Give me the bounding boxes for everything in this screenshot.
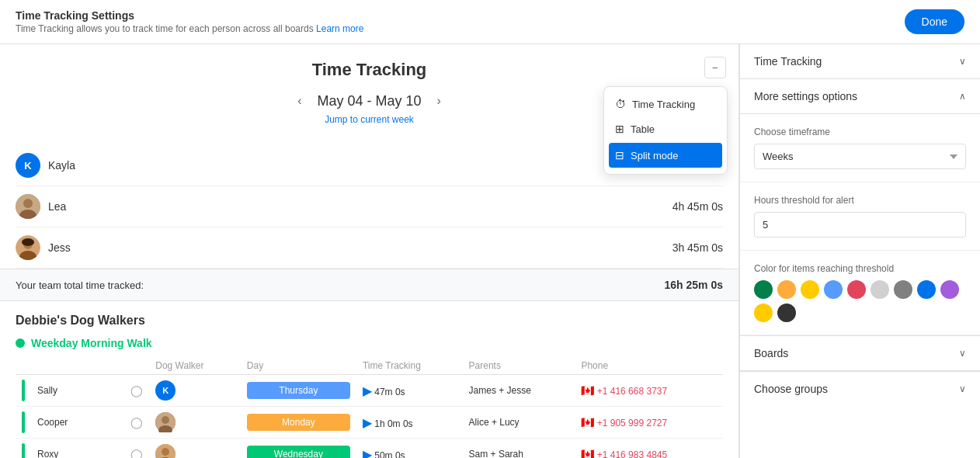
table-row: Sally ◯ K Thursday ▶ 47m 0s James + Jess…	[16, 375, 723, 407]
person-name-jess: Jess	[48, 241, 71, 254]
avatar-cooper-svg	[155, 412, 175, 432]
swatch-light-gray[interactable]	[871, 280, 889, 299]
flag-icon-roxy: 🇨🇦	[581, 448, 594, 458]
row-time-cooper: ▶ 1h 0m 0s	[356, 407, 463, 439]
color-swatches	[754, 280, 966, 322]
view-menu-dropdown: ⏱ Time Tracking ⊞ Table ⊟ Split mode	[603, 86, 728, 175]
more-settings-header[interactable]: More settings options ∧	[740, 79, 980, 114]
play-icon-sally[interactable]: ▶	[363, 384, 372, 397]
learn-more-link[interactable]: Learn more	[316, 23, 363, 34]
person-info-kayla: K Kayla	[16, 153, 75, 178]
row-avatar-cooper	[149, 407, 241, 439]
play-icon-cooper[interactable]: ▶	[363, 416, 372, 429]
person-time-lea: 4h 45m 0s	[672, 200, 723, 213]
choose-groups-section[interactable]: Choose groups ∨	[740, 371, 980, 406]
person-row-jess: Jess 3h 45m 0s	[16, 227, 723, 269]
swatch-black[interactable]	[777, 304, 796, 322]
done-button[interactable]: Done	[905, 9, 964, 34]
person-row-lea: Lea 4h 45m 0s	[16, 186, 723, 227]
row-comment-sally: ◯	[124, 375, 149, 407]
day-badge-monday: Monday	[247, 414, 350, 431]
swatch-orange[interactable]	[777, 280, 796, 299]
view-menu-time-tracking[interactable]: ⏱ Time Tracking	[604, 92, 727, 116]
day-badge-thursday: Thursday	[247, 382, 350, 399]
comment-icon[interactable]: ◯	[130, 416, 143, 429]
avatar-cooper	[155, 412, 175, 432]
row-phone-cooper: 🇨🇦 +1 905 999 2727	[575, 407, 723, 439]
swatch-purple[interactable]	[940, 280, 959, 299]
settings-section-more: More settings options ∧ Choose timeframe…	[740, 79, 980, 336]
swatch-dark-green[interactable]	[754, 280, 773, 299]
tracking-table: Dog Walker Day Time Tracking Parents Pho…	[16, 357, 723, 458]
row-comment-roxy: ◯	[124, 439, 149, 459]
col-indicator	[16, 357, 31, 375]
person-time-jess: 3h 45m 0s	[672, 241, 723, 254]
table-icon: ⊞	[615, 123, 624, 135]
phone-number-sally: +1 416 668 3737	[597, 386, 667, 397]
view-menu-table-label: Table	[631, 123, 655, 135]
row-indicator-roxy	[16, 439, 31, 459]
row-phone-roxy: 🇨🇦 +1 416 983 4845	[575, 439, 723, 459]
row-comment-cooper: ◯	[124, 407, 149, 439]
choose-groups-label: Choose groups	[754, 383, 828, 395]
play-icon-roxy[interactable]: ▶	[363, 448, 372, 459]
row-name-cooper: Cooper	[31, 407, 124, 439]
comment-icon[interactable]: ◯	[130, 448, 143, 458]
timeframe-subsection: Choose timeframe Weeks Days Months	[740, 114, 980, 182]
team-total-bar: Your team total time tracked: 16h 25m 0s	[0, 269, 738, 301]
view-menu-split-label: Split mode	[631, 150, 678, 161]
col-phone: Phone	[575, 357, 723, 375]
swatch-gold[interactable]	[754, 304, 773, 322]
chevron-down-icon-groups: ∨	[959, 383, 966, 394]
minimize-button[interactable]: −	[704, 57, 726, 78]
threshold-input[interactable]	[754, 212, 966, 238]
row-parents-sally: James + Jesse	[463, 375, 575, 407]
group-name: Weekday Morning Walk	[31, 337, 152, 349]
col-dogwalker: Dog Walker	[149, 357, 241, 375]
board-title: Debbie's Dog Walkers	[16, 314, 723, 328]
swatch-gray[interactable]	[894, 280, 912, 299]
swatch-red[interactable]	[847, 280, 866, 299]
person-name-kayla: Kayla	[48, 159, 75, 172]
table-header-row: Dog Walker Day Time Tracking Parents Pho…	[16, 357, 723, 375]
row-indicator-cooper	[16, 407, 31, 439]
boards-header[interactable]: Boards ∨	[740, 336, 980, 370]
threshold-subsection: Hours threshold for alert	[740, 182, 980, 251]
person-info-lea: Lea	[16, 194, 66, 219]
view-menu-split[interactable]: ⊟ Split mode	[609, 143, 722, 168]
tt-header-section: − Time Tracking ‹ May 04 - May 10 › Jump…	[0, 44, 738, 145]
row-phone-sally: 🇨🇦 +1 416 668 3737	[575, 375, 723, 407]
next-week-button[interactable]: ›	[433, 92, 446, 109]
board-section: Debbie's Dog Walkers Weekday Morning Wal…	[0, 301, 738, 458]
row-parents-cooper: Alice + Lucy	[463, 407, 575, 439]
date-range: May 04 - May 10	[317, 93, 421, 109]
svg-point-11	[162, 448, 169, 456]
header-description: Time Tracking allows you to track time f…	[16, 23, 363, 34]
col-timetracking: Time Tracking	[356, 357, 463, 375]
color-label: Color for items reaching threshold	[754, 263, 966, 274]
chevron-down-icon-tt: ∨	[959, 56, 966, 67]
avatar-sally: K	[155, 380, 175, 401]
settings-header-tt[interactable]: Time Tracking ∨	[740, 44, 980, 78]
avatar-jess-svg	[16, 235, 40, 260]
avatar-kayla: K	[16, 153, 40, 178]
prev-week-button[interactable]: ‹	[293, 92, 306, 109]
swatch-blue[interactable]	[824, 280, 843, 299]
phone-number-cooper: +1 905 999 2727	[597, 418, 667, 429]
row-name-roxy: Roxy	[31, 439, 124, 459]
swatch-yellow[interactable]	[801, 280, 819, 299]
timeframe-select[interactable]: Weeks Days Months	[754, 144, 966, 169]
main-layout: − Time Tracking ‹ May 04 - May 10 › Jump…	[0, 44, 980, 458]
group-header: Weekday Morning Walk	[16, 337, 723, 349]
page-title: Time Tracking Settings	[16, 9, 363, 22]
row-avatar-roxy	[149, 439, 241, 459]
swatch-royal-blue[interactable]	[917, 280, 936, 299]
table-row: Cooper ◯ Monda	[16, 407, 723, 439]
comment-icon[interactable]: ◯	[130, 384, 143, 397]
group-dot-icon	[16, 338, 25, 348]
phone-number-roxy: +1 416 983 4845	[597, 449, 667, 458]
avatar-lea	[16, 194, 40, 219]
view-menu-table[interactable]: ⊞ Table	[604, 116, 727, 141]
row-time-sally: ▶ 47m 0s	[356, 375, 463, 407]
boards-label: Boards	[754, 347, 788, 359]
